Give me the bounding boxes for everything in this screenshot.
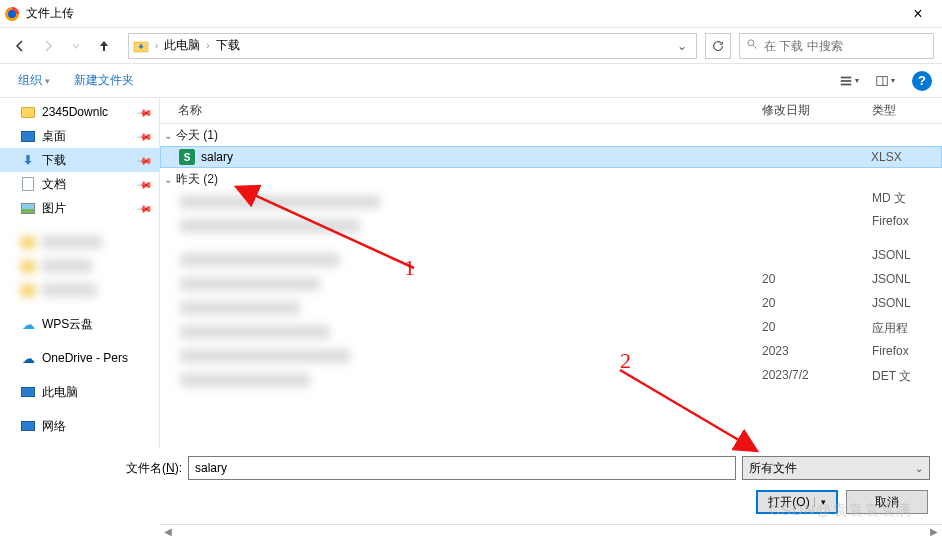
- file-type: Firefox: [872, 344, 909, 368]
- help-button[interactable]: ?: [912, 71, 932, 91]
- file-date: 20: [762, 320, 872, 344]
- file-type: XLSX: [871, 150, 941, 164]
- sidebar-item-pictures[interactable]: 图片 📌: [0, 196, 159, 220]
- filetype-value: 所有文件: [749, 460, 797, 477]
- close-button[interactable]: ×: [898, 0, 938, 28]
- svg-point-1: [8, 10, 16, 18]
- sidebar-item-label: 此电脑: [42, 384, 78, 401]
- sidebar-item-desktop[interactable]: 桌面 📌: [0, 124, 159, 148]
- column-type[interactable]: 类型: [872, 102, 942, 119]
- nav-forward-button: [36, 34, 60, 58]
- xlsx-icon: S: [179, 149, 197, 165]
- pin-icon: 📌: [137, 128, 153, 144]
- file-type: JSONL: [872, 272, 911, 296]
- column-name[interactable]: 名称: [160, 102, 762, 119]
- sidebar-item-label: WPS云盘: [42, 316, 93, 333]
- sidebar-item-2345downloads[interactable]: 2345Downlc 📌: [0, 100, 159, 124]
- filename-input[interactable]: [188, 456, 736, 480]
- pin-icon: 📌: [137, 152, 153, 168]
- search-icon: [746, 38, 758, 53]
- file-row-salary[interactable]: S salary XLSX: [160, 146, 942, 168]
- chevron-right-icon: ›: [153, 40, 160, 51]
- sidebar-item-label: OneDrive - Pers: [42, 351, 128, 365]
- sidebar-item-this-pc[interactable]: 此电脑: [0, 380, 159, 404]
- downloads-icon: ⬇: [20, 152, 36, 168]
- file-date: 20: [762, 296, 872, 320]
- refresh-button[interactable]: [705, 33, 731, 59]
- sidebar-item-wps-cloud[interactable]: ☁ WPS云盘: [0, 312, 159, 336]
- group-today[interactable]: ⌄ 今天 (1): [160, 124, 942, 146]
- column-date[interactable]: 修改日期: [762, 102, 872, 119]
- view-mode-button[interactable]: ▾: [832, 68, 866, 94]
- file-type: 应用程: [872, 320, 908, 344]
- file-type: JSONL: [872, 248, 911, 272]
- chevron-down-icon: ⌄: [164, 130, 172, 141]
- sidebar-item-label: 2345Downlc: [42, 105, 108, 119]
- sidebar-item-downloads[interactable]: ⬇ 下载 📌: [0, 148, 159, 172]
- sidebar-item-network[interactable]: 网络: [0, 414, 159, 438]
- svg-point-3: [748, 40, 754, 46]
- folder-icon: [20, 104, 36, 120]
- sidebar-item-label: 桌面: [42, 128, 66, 145]
- svg-line-4: [754, 46, 757, 49]
- nav-history-dropdown[interactable]: [64, 34, 88, 58]
- svg-rect-5: [841, 76, 852, 78]
- breadcrumb-this-pc[interactable]: 此电脑: [160, 37, 204, 54]
- document-icon: [20, 176, 36, 192]
- pin-icon: 📌: [137, 176, 153, 192]
- sidebar-item-label: 图片: [42, 200, 66, 217]
- file-list[interactable]: ⌄ 今天 (1) S salary XLSX ⌄ 昨天 (2): [160, 124, 942, 448]
- svg-rect-6: [841, 80, 852, 82]
- new-folder-button[interactable]: 新建文件夹: [66, 68, 142, 93]
- window-title: 文件上传: [26, 5, 898, 22]
- file-date: 2023/7/2: [762, 368, 872, 392]
- nav-up-button[interactable]: [92, 34, 116, 58]
- preview-pane-button[interactable]: ▾: [868, 68, 902, 94]
- chevron-down-icon: ⌄: [164, 174, 172, 185]
- sidebar-item-label: 网络: [42, 418, 66, 435]
- organize-menu[interactable]: 组织 ▾: [10, 68, 58, 93]
- breadcrumb[interactable]: › 此电脑 › 下载 ⌄: [128, 33, 697, 59]
- chevron-down-icon: ⌄: [915, 463, 923, 474]
- firefox-icon: [4, 6, 20, 22]
- pc-icon: [20, 384, 36, 400]
- sidebar-item-documents[interactable]: 文档 📌: [0, 172, 159, 196]
- file-type: Firefox: [872, 214, 909, 238]
- breadcrumb-dropdown[interactable]: ⌄: [672, 39, 692, 53]
- scroll-left-icon[interactable]: ◀: [160, 526, 176, 537]
- nav-back-button[interactable]: [8, 34, 32, 58]
- breadcrumb-downloads[interactable]: 下载: [212, 37, 244, 54]
- open-button[interactable]: 打开(O)▾: [756, 490, 838, 514]
- file-type: JSONL: [872, 296, 911, 320]
- column-headers: 名称 修改日期 类型: [160, 98, 942, 124]
- cancel-button[interactable]: 取消: [846, 490, 928, 514]
- file-type: DET 文: [872, 368, 911, 392]
- onedrive-icon: ☁: [20, 350, 36, 366]
- sidebar-item-onedrive[interactable]: ☁ OneDrive - Pers: [0, 346, 159, 370]
- file-type: MD 文: [872, 190, 906, 214]
- horizontal-scrollbar[interactable]: ◀ ▶: [160, 524, 942, 538]
- filename-label: 文件名(N):: [12, 460, 188, 477]
- group-yesterday[interactable]: ⌄ 昨天 (2): [160, 168, 942, 190]
- sidebar: 2345Downlc 📌 桌面 📌 ⬇ 下载 📌 文档 📌 图片 📌: [0, 98, 160, 448]
- file-name: salary: [201, 150, 761, 164]
- file-date: 20: [762, 272, 872, 296]
- sidebar-item-label: 下载: [42, 152, 66, 169]
- cloud-icon: ☁: [20, 316, 36, 332]
- filetype-select[interactable]: 所有文件 ⌄: [742, 456, 930, 480]
- sidebar-item-label: 文档: [42, 176, 66, 193]
- search-box[interactable]: [739, 33, 934, 59]
- svg-rect-8: [877, 76, 888, 85]
- scroll-right-icon[interactable]: ▶: [926, 526, 942, 537]
- desktop-icon: [20, 128, 36, 144]
- pictures-icon: [20, 200, 36, 216]
- pin-icon: 📌: [137, 200, 153, 216]
- svg-rect-7: [841, 83, 852, 85]
- file-date: 2023: [762, 344, 872, 368]
- downloads-folder-icon: [133, 38, 149, 54]
- network-icon: [20, 418, 36, 434]
- chevron-right-icon: ›: [204, 40, 211, 51]
- pin-icon: 📌: [137, 104, 153, 120]
- search-input[interactable]: [764, 39, 927, 53]
